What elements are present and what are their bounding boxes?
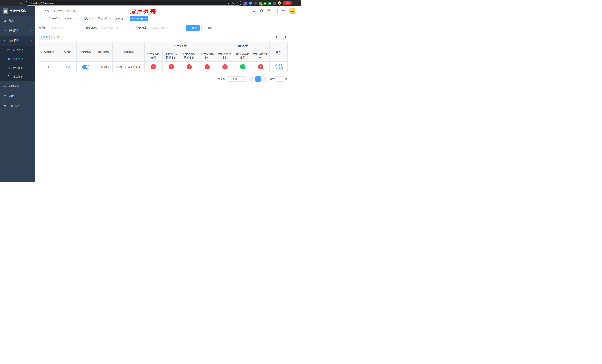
refresh-icon: [204, 27, 207, 29]
browser-reload-icon[interactable]: ↻: [13, 1, 18, 6]
extension-dark-icon[interactable]: [254, 2, 257, 5]
status-label: 开启状态: [136, 26, 147, 30]
close-icon[interactable]: ×: [125, 17, 127, 20]
share-icon[interactable]: [231, 1, 234, 5]
page-number-1[interactable]: 1: [256, 76, 261, 82]
browser-forward-icon[interactable]: →: [7, 1, 12, 6]
prev-page-button[interactable]: [249, 76, 254, 82]
chevron-down-icon: [30, 30, 32, 31]
app-logo[interactable]: 芋道管理系统: [0, 6, 35, 16]
browser-profile-avatar[interactable]: [278, 1, 281, 5]
sidebar-item-infra[interactable]: 基础设施: [0, 81, 35, 91]
toolbox-icon: [3, 95, 6, 97]
sidebar-item-workflow[interactable]: 工作流程: [0, 101, 35, 111]
sidebar: 芋道管理系统 首页 系统管理 ¥ 支付管理 商户信息: [0, 6, 35, 182]
tag-home[interactable]: 首页: [38, 16, 46, 21]
merchant-name-input[interactable]: [99, 25, 131, 31]
tag-refund-order[interactable]: 退款订单×: [97, 16, 112, 21]
col-group-alipay: 支付宝配置: [145, 43, 216, 50]
close-icon[interactable]: ×: [75, 17, 77, 20]
tag-app-info[interactable]: 应用信息×: [130, 16, 148, 21]
delete-link[interactable]: 删除: [276, 67, 283, 70]
status-select[interactable]: 请选择开启状态: [149, 25, 184, 31]
browser-update-button[interactable]: 更新: [283, 1, 292, 5]
yen-icon: ¥: [3, 39, 6, 42]
bookmark-star-icon[interactable]: ☆: [236, 1, 239, 5]
page-size-select[interactable]: 10条/页: [228, 76, 246, 82]
col-header-app-name: 应用名: [59, 43, 77, 62]
merchant-name-label: 商户名称: [86, 26, 97, 30]
goto-page-input[interactable]: [276, 76, 284, 82]
sidebar-item-payment[interactable]: ¥ 支付管理: [0, 36, 35, 45]
cell-app-id: 6: [39, 62, 59, 72]
pagination: 共 1 条 10条/页 1 前往 页: [39, 76, 288, 82]
breadcrumb-payment[interactable]: 支付管理: [53, 9, 64, 13]
gear-icon: [3, 29, 6, 32]
close-icon[interactable]: ×: [108, 17, 111, 20]
chevron-down-icon: [243, 78, 244, 80]
chevron-up-icon: [30, 40, 32, 42]
extension-check-icon[interactable]: [263, 2, 267, 5]
tag-user-group[interactable]: 用户分组×: [63, 16, 79, 21]
cell-app-name: 芋道: [59, 62, 77, 72]
site-info-icon[interactable]: ⓘ: [28, 2, 30, 5]
col-header-actions: 操作: [269, 43, 288, 62]
sidebar-item-app-info[interactable]: 应用信息: [0, 54, 35, 63]
chevron-down-icon: [181, 27, 182, 29]
export-button[interactable]: 导出: [52, 35, 63, 40]
col-group-wechat: 微信配置: [216, 43, 269, 50]
browser-back-icon[interactable]: ←: [2, 1, 7, 6]
sidebar-item-system[interactable]: 系统管理: [0, 26, 35, 36]
url-text[interactable]: localhost:1024/pay/app: [32, 2, 225, 4]
extension-pin-icon[interactable]: [273, 2, 276, 5]
password-key-icon[interactable]: [226, 1, 229, 5]
extension-avatar-icon[interactable]: 1: [258, 2, 262, 5]
refresh-table-button[interactable]: [282, 34, 288, 40]
extension-notes-icon[interactable]: [268, 2, 271, 5]
browser-home-icon[interactable]: ⌂: [19, 1, 23, 6]
col-header-status: 开启状态: [77, 43, 95, 62]
edit-link[interactable]: 修改: [275, 64, 282, 67]
browser-menu-icon[interactable]: ⋮: [293, 1, 298, 5]
close-icon[interactable]: ×: [144, 17, 146, 20]
user-menu[interactable]: [289, 8, 298, 14]
tag-pay-order[interactable]: 支付订单×: [80, 16, 96, 21]
tag-process-form[interactable]: 流程表单×: [47, 16, 62, 21]
extension-drop-icon[interactable]: [249, 2, 252, 5]
sidebar-item-dev-tools[interactable]: 研发工具: [0, 91, 35, 101]
status-toggle[interactable]: [82, 65, 89, 69]
add-button[interactable]: + 新增: [39, 35, 50, 40]
col-header-alipay-qr: 支付宝扫码支付: [198, 50, 216, 62]
sidebar-item-pay-order[interactable]: 支付订单: [0, 63, 35, 72]
app-name-label: 应用名: [39, 26, 47, 30]
sidebar-item-home[interactable]: 首页: [0, 16, 35, 26]
sidebar-item-merchant-info[interactable]: 商户信息: [0, 45, 35, 54]
tags-view-bar: 首页 流程表单× 用户分组× 支付订单× 退款订单× 商户信息× 应用信息×: [35, 16, 301, 22]
close-icon[interactable]: ×: [91, 17, 94, 20]
address-bar[interactable]: ⓘ localhost:1024/pay/app ☆: [26, 1, 241, 6]
font-size-icon[interactable]: TT: [282, 9, 286, 13]
sidebar-toggle-icon[interactable]: [38, 10, 41, 12]
search-form: 应用名 商户名称 开启状态 请选择开启状态 搜索 重置: [39, 25, 288, 31]
tag-merchant-info[interactable]: 商户信息×: [113, 16, 129, 21]
reset-button[interactable]: 重置: [201, 25, 215, 31]
fullscreen-icon[interactable]: [275, 9, 278, 13]
page-content: 应用名 商户名称 开启状态 请选择开启状态 搜索 重置: [35, 22, 291, 85]
sidebar-item-refund-order[interactable]: 退款订单: [0, 72, 35, 81]
next-page-button[interactable]: [262, 76, 267, 82]
active-dot: [132, 18, 133, 20]
extension-puzzle-icon[interactable]: 10: [244, 2, 247, 5]
breadcrumb: 首页 / 支付管理 / 应用信息: [44, 9, 77, 13]
help-icon[interactable]: ?: [267, 9, 271, 13]
chevron-down-icon: [30, 85, 32, 87]
close-icon[interactable]: ×: [58, 17, 61, 20]
breadcrumb-home[interactable]: 首页: [44, 9, 49, 13]
payment-submenu: 商户信息 应用信息 支付订单 退款订单: [0, 45, 35, 81]
github-icon[interactable]: [260, 9, 263, 13]
app-name-input[interactable]: [49, 25, 81, 31]
toggle-search-button[interactable]: [275, 34, 280, 40]
col-header-created: 创建时间: [113, 43, 145, 62]
search-button[interactable]: 搜索: [186, 25, 200, 31]
top-navbar: 首页 / 支付管理 / 应用信息 应用列表 ?: [35, 6, 301, 16]
header-search-icon[interactable]: [252, 9, 256, 13]
